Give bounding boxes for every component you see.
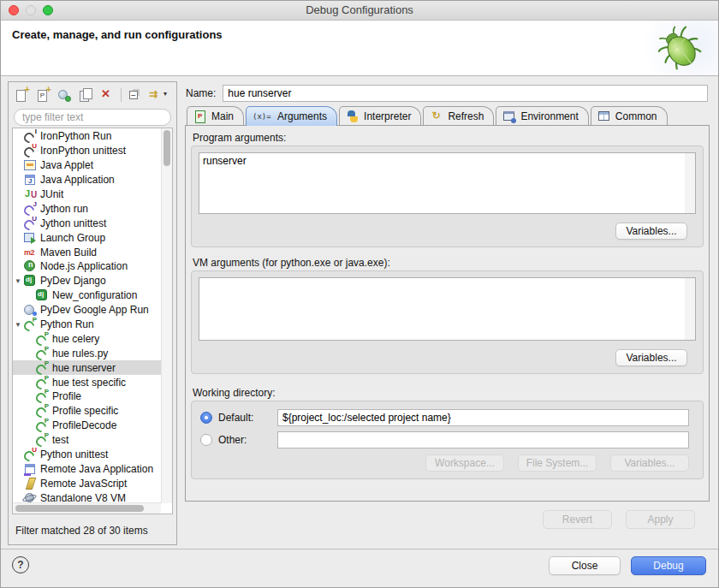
tab-environment[interactable]: Environment — [496, 106, 588, 125]
export-launch-configurations-button[interactable] — [56, 87, 72, 103]
button-workspace[interactable]: Workspace... — [425, 454, 504, 472]
tree-item-profile[interactable]: Profile — [13, 389, 161, 404]
name-row: Name: — [186, 84, 708, 103]
tree-item-remote-javascript[interactable]: Remote JavaScript — [13, 476, 161, 490]
tree-item-label: hue rules.py — [52, 347, 108, 359]
tree-item-label: Node.js Application — [40, 260, 128, 272]
expand-arrow-icon[interactable]: ▼ — [13, 277, 23, 285]
name-label: Name: — [186, 87, 216, 99]
tree-item-maven-build[interactable]: Maven Build — [13, 245, 161, 259]
default-radio[interactable] — [200, 412, 212, 424]
tree-item-label: Maven Build — [40, 246, 97, 258]
tree-item-hue-test-specific[interactable]: hue test specific — [13, 375, 161, 389]
vm-arguments-variables-button[interactable]: Variables... — [615, 349, 687, 366]
jython-run-icon — [23, 202, 37, 216]
python-run-icon — [35, 376, 49, 389]
tree-item-profiledecode[interactable]: ProfileDecode — [13, 419, 161, 433]
tab-label: Common — [615, 110, 657, 122]
tree-item-label: test — [52, 434, 68, 446]
tab-label: Refresh — [448, 110, 484, 122]
python-run-icon — [35, 419, 49, 432]
dialog-header-title: Create, manage, and run configurations — [12, 28, 223, 41]
duplicate-launch-configuration-button[interactable] — [78, 87, 93, 103]
tab-label: Interpreter — [364, 110, 411, 122]
tree-item-launch-group[interactable]: Launch Group — [13, 230, 161, 245]
collapse-all-button[interactable] — [128, 87, 143, 103]
tree-horizontal-scrollbar[interactable] — [13, 502, 161, 514]
vm-arguments-textarea[interactable] — [199, 277, 696, 341]
arguments-tab-icon — [253, 110, 273, 123]
tree-item-python-run[interactable]: ▼ Python Run — [13, 318, 161, 332]
apply-button[interactable]: Apply — [626, 510, 695, 529]
java-applet-icon — [23, 158, 37, 172]
tree-item-new-configuration[interactable]: New_configuration — [13, 288, 161, 303]
program-arguments-label: Program arguments: — [193, 132, 286, 144]
default-directory-input[interactable] — [277, 409, 689, 426]
arguments-tab-content: Program arguments: runserver Variables..… — [185, 125, 710, 502]
python-run-icon — [35, 404, 49, 418]
tree-vertical-scrollbar-thumb[interactable] — [163, 130, 170, 166]
tree-item-label: Remote Java Application — [40, 463, 153, 475]
tree-item-label: Java Application — [40, 174, 115, 186]
minimize-window-icon[interactable] — [26, 5, 36, 15]
zoom-window-icon[interactable] — [43, 5, 53, 15]
tab-arguments[interactable]: Arguments — [246, 106, 337, 126]
revert-button[interactable]: Revert — [543, 510, 612, 529]
tree-item-java-applet[interactable]: Java Applet — [13, 158, 161, 173]
remote-java-application-icon — [23, 462, 37, 476]
tree-item-java-application[interactable]: Java Application — [13, 173, 161, 187]
filter-launch-configurations-button[interactable] — [149, 87, 164, 103]
working-directory-group: Default: Other: Workspace... File System… — [191, 401, 704, 479]
help-button[interactable]: ? — [12, 556, 29, 573]
refresh-tab-icon — [430, 110, 443, 123]
filter-input[interactable] — [14, 109, 171, 126]
tree-item-hue-runserver[interactable]: hue runserver — [13, 360, 161, 375]
tree-item-remote-java-application[interactable]: Remote Java Application — [13, 461, 161, 476]
tree-item-hue-rules-py[interactable]: hue rules.py — [13, 346, 161, 360]
tree-item-label: Jython unittest — [40, 217, 106, 229]
tree-item-label: New_configuration — [52, 289, 137, 301]
launch-group-icon — [23, 231, 37, 245]
expand-arrow-icon[interactable]: ▼ — [13, 321, 23, 329]
tab-interpreter[interactable]: Interpreter — [339, 106, 421, 125]
configurations-sidebar: IronPython Run IronPython unittest Java … — [8, 81, 177, 545]
debug-button[interactable]: Debug — [631, 556, 706, 575]
tab-common[interactable]: Common — [591, 106, 668, 125]
tree-item-node-js-application[interactable]: Node.js Application — [13, 259, 161, 274]
tree-item-label: ProfileDecode — [52, 419, 116, 431]
tree-item-profile-specific[interactable]: Profile specific — [13, 404, 161, 419]
tab-refresh[interactable]: Refresh — [423, 106, 494, 125]
program-arguments-textarea[interactable]: runserver — [199, 152, 696, 214]
tree-item-ironpython-unittest[interactable]: IronPython unittest — [13, 144, 161, 158]
tree-item-hue-celery[interactable]: hue celery — [13, 331, 161, 346]
tab-main[interactable]: Main — [187, 106, 244, 125]
vm-arguments-group: Variables... — [191, 270, 704, 374]
program-arguments-group: runserver Variables... — [191, 146, 704, 247]
tree-item-label: IronPython unittest — [40, 145, 126, 157]
junit-icon — [23, 187, 37, 201]
new-launch-configuration-button[interactable] — [14, 87, 29, 103]
nodejs-application-icon — [23, 259, 37, 273]
configurations-tree: IronPython Run IronPython unittest Java … — [12, 128, 173, 514]
name-input[interactable] — [223, 85, 708, 102]
toolbar-separator — [121, 88, 122, 102]
program-arguments-variables-button[interactable]: Variables... — [615, 223, 687, 240]
tree-item-label: Java Applet — [40, 159, 93, 171]
close-button[interactable]: Close — [549, 556, 621, 575]
main-tab-icon — [193, 110, 207, 123]
delete-launch-configuration-button[interactable] — [99, 87, 115, 103]
new-configuration-prototype-button[interactable] — [35, 87, 51, 103]
tree-item-jython-unittest[interactable]: Jython unittest — [13, 216, 161, 230]
tree-vertical-scrollbar[interactable] — [161, 128, 172, 503]
tree-horizontal-scrollbar-thumb[interactable] — [15, 505, 144, 512]
other-radio[interactable] — [200, 434, 212, 446]
bug-icon — [636, 21, 718, 75]
close-window-icon[interactable] — [9, 5, 19, 15]
button-file-system[interactable]: File System... — [518, 454, 597, 472]
other-directory-input[interactable] — [277, 431, 689, 448]
button-variables[interactable]: Variables... — [610, 454, 689, 472]
tree-item-label: hue celery — [52, 333, 99, 345]
tree-item-pydev-django[interactable]: ▼ PyDev Django — [13, 274, 161, 288]
tree-item-python-unittest[interactable]: Python unittest — [13, 448, 161, 462]
footer-divider — [1, 549, 718, 549]
